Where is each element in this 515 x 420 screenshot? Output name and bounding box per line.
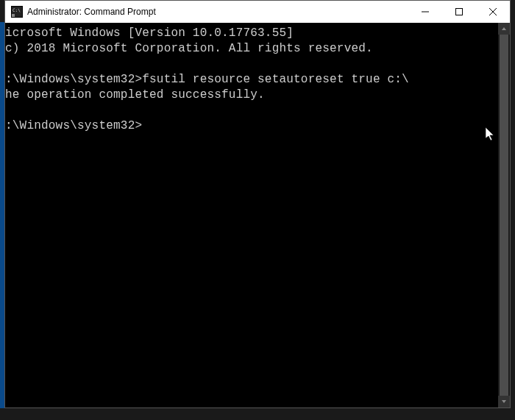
window-controls — [408, 1, 510, 23]
scroll-down-arrow-icon[interactable] — [498, 396, 510, 407]
scroll-up-arrow-icon[interactable] — [498, 23, 510, 35]
terminal-prompt: :\Windows\system32> — [5, 119, 142, 132]
command-prompt-window: C:\ Administrator: Command Prompt icroso… — [4, 0, 511, 408]
terminal-content[interactable]: icrosoft Windows [Version 10.0.17763.55]… — [5, 23, 498, 407]
terminal-line: c) 2018 Microsoft Corporation. All right… — [5, 42, 373, 55]
terminal-command: fsutil resource setautoreset true c:\ — [142, 73, 409, 86]
terminal-prompt: :\Windows\system32> — [5, 73, 142, 86]
terminal-line: icrosoft Windows [Version 10.0.17763.55] — [5, 26, 294, 40]
svg-text:C:\: C:\ — [13, 7, 21, 13]
close-button[interactable] — [476, 1, 510, 23]
terminal-line: he operation completed successfully. — [5, 88, 265, 102]
app-icon: C:\ — [11, 6, 23, 18]
window-title: Administrator: Command Prompt — [27, 7, 408, 17]
scroll-track[interactable] — [498, 35, 510, 396]
vertical-scrollbar[interactable] — [498, 23, 510, 407]
maximize-button[interactable] — [442, 1, 476, 23]
scroll-thumb[interactable] — [500, 35, 508, 396]
minimize-button[interactable] — [408, 1, 442, 23]
svg-rect-3 — [456, 9, 463, 15]
terminal-body: icrosoft Windows [Version 10.0.17763.55]… — [5, 23, 510, 407]
titlebar[interactable]: C:\ Administrator: Command Prompt — [5, 1, 510, 23]
